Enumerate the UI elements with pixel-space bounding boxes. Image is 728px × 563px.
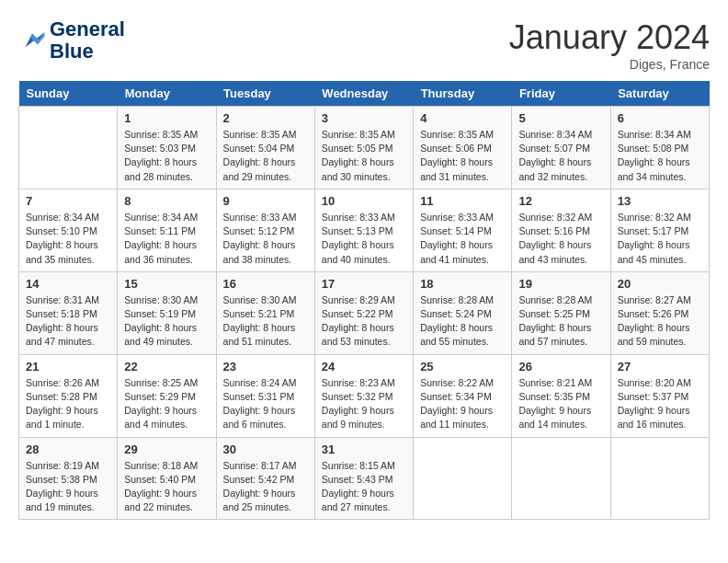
weekday-header: Saturday [610,81,709,107]
day-number: 28 [26,442,110,456]
header-row: SundayMondayTuesdayWednesdayThursdayFrid… [19,81,710,107]
day-number: 23 [223,360,308,373]
calendar-cell: 4Sunrise: 8:35 AMSunset: 5:06 PMDaylight… [414,107,512,190]
day-info: Sunrise: 8:21 AMSunset: 5:35 PMDaylight:… [518,376,603,432]
day-info: Sunrise: 8:25 AMSunset: 5:29 PMDaylight:… [124,376,209,432]
day-info: Sunrise: 8:20 AMSunset: 5:37 PMDaylight:… [618,376,702,432]
logo-line2: Blue [50,40,125,63]
weekday-header: Friday [512,81,610,107]
day-info: Sunrise: 8:33 AMSunset: 5:12 PMDaylight:… [223,211,308,267]
day-number: 6 [618,111,702,125]
day-info: Sunrise: 8:35 AMSunset: 5:04 PMDaylight:… [223,128,308,184]
weekday-header: Thursday [414,81,512,107]
location: Diges, France [509,57,710,72]
day-number: 30 [223,442,308,456]
calendar-cell: 31Sunrise: 8:15 AMSunset: 5:43 PMDayligh… [314,437,413,520]
calendar-week-row: 21Sunrise: 8:26 AMSunset: 5:28 PMDayligh… [19,354,710,437]
logo-icon [18,27,46,54]
day-info: Sunrise: 8:35 AMSunset: 5:06 PMDaylight:… [420,128,505,184]
day-info: Sunrise: 8:17 AMSunset: 5:42 PMDaylight:… [223,459,308,515]
calendar-week-row: 14Sunrise: 8:31 AMSunset: 5:18 PMDayligh… [19,271,710,354]
day-number: 1 [124,111,209,125]
day-number: 17 [322,277,406,291]
day-number: 14 [26,277,110,291]
day-info: Sunrise: 8:34 AMSunset: 5:11 PMDaylight:… [124,211,209,267]
calendar-cell: 30Sunrise: 8:17 AMSunset: 5:42 PMDayligh… [216,437,314,520]
day-info: Sunrise: 8:19 AMSunset: 5:38 PMDaylight:… [26,459,110,515]
calendar-week-row: 7Sunrise: 8:34 AMSunset: 5:10 PMDaylight… [19,189,710,271]
day-number: 8 [124,194,209,208]
day-number: 27 [618,360,702,373]
calendar-cell: 6Sunrise: 8:34 AMSunset: 5:08 PMDaylight… [610,107,709,190]
day-info: Sunrise: 8:34 AMSunset: 5:07 PMDaylight:… [518,128,603,184]
day-number: 22 [124,360,209,373]
day-number: 26 [518,360,603,373]
calendar-cell: 29Sunrise: 8:18 AMSunset: 5:40 PMDayligh… [118,437,216,520]
calendar-cell: 2Sunrise: 8:35 AMSunset: 5:04 PMDaylight… [216,107,314,190]
day-info: Sunrise: 8:33 AMSunset: 5:13 PMDaylight:… [322,211,406,267]
calendar-cell: 1Sunrise: 8:35 AMSunset: 5:03 PMDaylight… [118,107,216,190]
calendar-cell: 25Sunrise: 8:22 AMSunset: 5:34 PMDayligh… [414,354,512,437]
day-number: 24 [322,360,406,373]
day-number: 29 [124,442,209,456]
day-number: 13 [618,194,702,208]
weekday-header: Sunday [19,81,118,107]
logo: General Blue [18,18,125,63]
day-number: 4 [420,111,505,125]
calendar-cell: 3Sunrise: 8:35 AMSunset: 5:05 PMDaylight… [314,107,413,190]
day-info: Sunrise: 8:35 AMSunset: 5:03 PMDaylight:… [124,128,209,184]
day-number: 16 [223,277,308,291]
day-info: Sunrise: 8:26 AMSunset: 5:28 PMDaylight:… [26,376,110,432]
calendar-cell: 24Sunrise: 8:23 AMSunset: 5:32 PMDayligh… [314,354,413,437]
day-info: Sunrise: 8:30 AMSunset: 5:21 PMDaylight:… [223,293,308,350]
day-number: 21 [26,360,110,373]
day-info: Sunrise: 8:32 AMSunset: 5:16 PMDaylight:… [518,211,603,267]
weekday-header: Monday [118,81,216,107]
calendar-cell: 19Sunrise: 8:28 AMSunset: 5:25 PMDayligh… [512,271,610,354]
calendar-cell: 10Sunrise: 8:33 AMSunset: 5:13 PMDayligh… [314,189,413,271]
calendar-cell: 21Sunrise: 8:26 AMSunset: 5:28 PMDayligh… [19,354,118,437]
day-number: 12 [518,194,603,208]
calendar-cell: 18Sunrise: 8:28 AMSunset: 5:24 PMDayligh… [414,271,512,354]
day-info: Sunrise: 8:28 AMSunset: 5:25 PMDaylight:… [518,293,603,350]
calendar-cell: 16Sunrise: 8:30 AMSunset: 5:21 PMDayligh… [216,271,314,354]
day-number: 3 [322,111,406,125]
day-info: Sunrise: 8:31 AMSunset: 5:18 PMDaylight:… [26,293,110,350]
day-info: Sunrise: 8:15 AMSunset: 5:43 PMDaylight:… [322,459,406,515]
day-info: Sunrise: 8:30 AMSunset: 5:19 PMDaylight:… [124,293,209,350]
calendar-cell [512,437,610,520]
title-block: January 2024 Diges, France [509,18,710,72]
day-info: Sunrise: 8:33 AMSunset: 5:14 PMDaylight:… [420,211,505,267]
calendar-week-row: 28Sunrise: 8:19 AMSunset: 5:38 PMDayligh… [19,437,710,520]
page-header: General Blue January 2024 Diges, France [18,18,710,72]
calendar-cell: 26Sunrise: 8:21 AMSunset: 5:35 PMDayligh… [512,354,610,437]
calendar-cell: 23Sunrise: 8:24 AMSunset: 5:31 PMDayligh… [216,354,314,437]
calendar-cell: 17Sunrise: 8:29 AMSunset: 5:22 PMDayligh… [314,271,413,354]
day-info: Sunrise: 8:34 AMSunset: 5:10 PMDaylight:… [26,211,110,267]
day-number: 18 [420,277,505,291]
calendar-cell [414,437,512,520]
calendar-cell: 12Sunrise: 8:32 AMSunset: 5:16 PMDayligh… [512,189,610,271]
day-number: 25 [420,360,505,373]
day-info: Sunrise: 8:23 AMSunset: 5:32 PMDaylight:… [322,376,406,432]
day-info: Sunrise: 8:24 AMSunset: 5:31 PMDaylight:… [223,376,308,432]
calendar-cell: 28Sunrise: 8:19 AMSunset: 5:38 PMDayligh… [19,437,118,520]
calendar-cell: 13Sunrise: 8:32 AMSunset: 5:17 PMDayligh… [610,189,709,271]
weekday-header: Wednesday [314,81,413,107]
calendar-cell [19,107,118,190]
calendar-cell [610,437,709,520]
calendar-cell: 9Sunrise: 8:33 AMSunset: 5:12 PMDaylight… [216,189,314,271]
calendar-cell: 11Sunrise: 8:33 AMSunset: 5:14 PMDayligh… [414,189,512,271]
day-number: 11 [420,194,505,208]
calendar-table: SundayMondayTuesdayWednesdayThursdayFrid… [18,81,710,520]
calendar-cell: 8Sunrise: 8:34 AMSunset: 5:11 PMDaylight… [118,189,216,271]
day-number: 9 [223,194,308,208]
day-number: 2 [223,111,308,125]
day-number: 19 [518,277,603,291]
day-number: 15 [124,277,209,291]
day-number: 5 [518,111,603,125]
day-info: Sunrise: 8:18 AMSunset: 5:40 PMDaylight:… [124,459,209,515]
day-number: 20 [618,277,702,291]
day-info: Sunrise: 8:27 AMSunset: 5:26 PMDaylight:… [618,293,702,350]
calendar-cell: 5Sunrise: 8:34 AMSunset: 5:07 PMDaylight… [512,107,610,190]
